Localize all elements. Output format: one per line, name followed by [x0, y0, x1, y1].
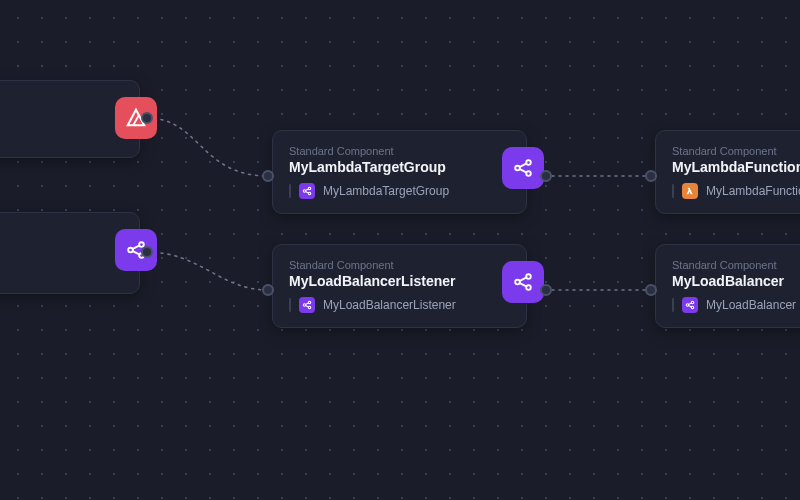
node-partial-top[interactable] [0, 80, 140, 158]
node-category: Standard Component [672, 145, 800, 157]
node-partial-bottom[interactable] [0, 212, 140, 294]
connector-handle[interactable] [645, 284, 657, 296]
node-load-balancer[interactable]: Standard Component MyLoadBalancer MyLoad… [655, 244, 800, 328]
divider [289, 298, 291, 312]
node-title: MyLambdaFunction [672, 159, 800, 175]
node-subline: MyLambdaFunction [672, 183, 800, 199]
node-sublabel: MyLoadBalancerListener [323, 298, 456, 312]
share-icon [299, 297, 315, 313]
connector-handle[interactable] [645, 170, 657, 182]
node-category: Standard Component [672, 259, 800, 271]
connector-handle[interactable] [262, 170, 274, 182]
diagram-canvas[interactable]: Standard Component MyLambdaTargetGroup M… [0, 0, 800, 500]
node-title: MyLoadBalancer [672, 273, 800, 289]
divider [289, 184, 291, 198]
connector-handle[interactable] [540, 170, 552, 182]
node-subline: MyLoadBalancerListener [289, 297, 510, 313]
node-lambda-target-group[interactable]: Standard Component MyLambdaTargetGroup M… [272, 130, 527, 214]
node-load-balancer-listener[interactable]: Standard Component MyLoadBalancerListene… [272, 244, 527, 328]
node-subline: MyLambdaTargetGroup [289, 183, 510, 199]
divider [672, 298, 674, 312]
node-sublabel: MyLambdaTargetGroup [323, 184, 449, 198]
node-sublabel: MyLoadBalancer [706, 298, 796, 312]
connector-handle[interactable] [141, 112, 153, 124]
connector-handle[interactable] [540, 284, 552, 296]
node-category: Standard Component [289, 259, 510, 271]
node-title: MyLoadBalancerListener [289, 273, 510, 289]
node-category: Standard Component [289, 145, 510, 157]
lambda-icon [682, 183, 698, 199]
node-title: MyLambdaTargetGroup [289, 159, 510, 175]
share-icon [299, 183, 315, 199]
share-icon [502, 261, 544, 303]
node-sublabel: MyLambdaFunction [706, 184, 800, 198]
connector-handle[interactable] [141, 246, 153, 258]
share-icon [682, 297, 698, 313]
node-subline: MyLoadBalancer [672, 297, 800, 313]
divider [672, 184, 674, 198]
share-icon [502, 147, 544, 189]
connector-handle[interactable] [262, 284, 274, 296]
node-lambda-function[interactable]: Standard Component MyLambdaFunction MyLa… [655, 130, 800, 214]
